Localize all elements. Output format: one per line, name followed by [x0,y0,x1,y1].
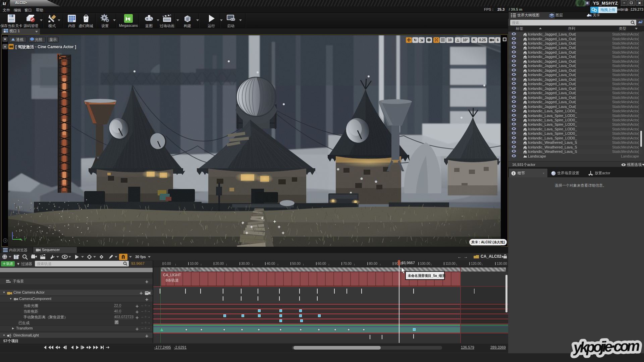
svg-text:i: i [513,172,514,175]
svg-text:ykpojie·com: ykpojie·com [573,337,640,355]
svg-text:*: * [18,254,19,257]
svg-text:Y: Y [24,238,26,241]
